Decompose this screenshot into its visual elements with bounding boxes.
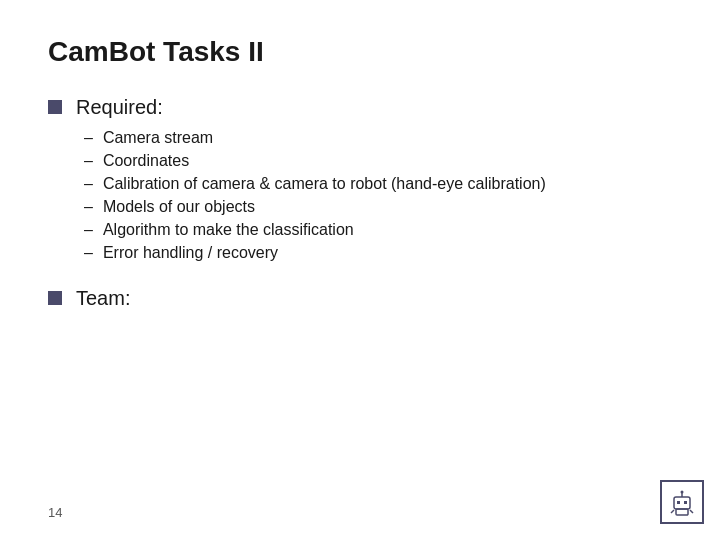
list-item: – Coordinates <box>84 152 672 170</box>
slide-title: CamBot Tasks II <box>48 36 672 68</box>
dash-icon: – <box>84 152 93 170</box>
svg-point-4 <box>681 491 684 494</box>
list-item: – Camera stream <box>84 129 672 147</box>
team-section: Team: <box>48 287 672 320</box>
team-label: Team: <box>76 287 672 310</box>
required-section: Required: – Camera stream – Coordinates … <box>48 96 672 267</box>
dash-icon: – <box>84 221 93 239</box>
svg-line-6 <box>671 510 674 513</box>
dash-icon: – <box>84 198 93 216</box>
logo-icon <box>660 480 704 524</box>
required-content: Required: – Camera stream – Coordinates … <box>76 96 672 267</box>
required-list: – Camera stream – Coordinates – Calibrat… <box>76 129 672 262</box>
svg-rect-0 <box>674 497 690 509</box>
list-item: – Algorithm to make the classification <box>84 221 672 239</box>
team-content: Team: <box>76 287 672 320</box>
svg-rect-1 <box>677 501 680 504</box>
dash-icon: – <box>84 244 93 262</box>
svg-rect-2 <box>684 501 687 504</box>
slide: CamBot Tasks II Required: – Camera strea… <box>0 0 720 540</box>
bullet-icon <box>48 100 62 114</box>
item-error-handling: Error handling / recovery <box>103 244 278 262</box>
item-algorithm: Algorithm to make the classification <box>103 221 354 239</box>
list-item: – Models of our objects <box>84 198 672 216</box>
dash-icon: – <box>84 129 93 147</box>
svg-rect-5 <box>676 509 688 515</box>
item-coordinates: Coordinates <box>103 152 189 170</box>
page-number: 14 <box>48 505 62 520</box>
list-item: – Calibration of camera & camera to robo… <box>84 175 672 193</box>
required-label: Required: <box>76 96 672 119</box>
list-item: – Error handling / recovery <box>84 244 672 262</box>
item-models: Models of our objects <box>103 198 255 216</box>
svg-line-7 <box>690 510 693 513</box>
bullet-icon <box>48 291 62 305</box>
dash-icon: – <box>84 175 93 193</box>
item-camera-stream: Camera stream <box>103 129 213 147</box>
item-calibration: Calibration of camera & camera to robot … <box>103 175 546 193</box>
